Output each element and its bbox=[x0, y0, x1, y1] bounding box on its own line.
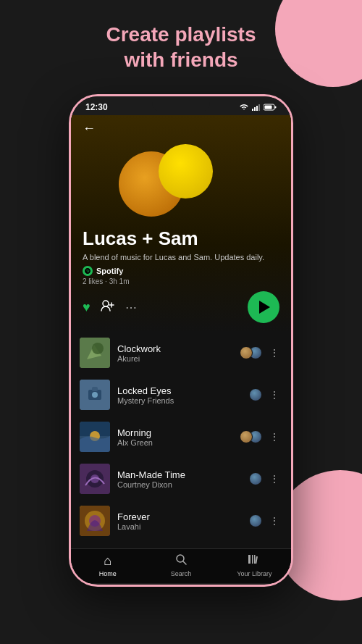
track-artist: Mystery Friends bbox=[117, 396, 242, 405]
avatar-group bbox=[249, 514, 262, 527]
nav-label-home: Home bbox=[99, 570, 117, 577]
svg-rect-27 bbox=[248, 555, 251, 564]
nav-item-search[interactable]: Search bbox=[144, 553, 217, 577]
track-item[interactable]: Clockwork Akurei ⋮ bbox=[71, 332, 291, 374]
manmade-art bbox=[80, 464, 110, 494]
svg-rect-15 bbox=[92, 387, 98, 391]
track-right: ⋮ bbox=[249, 388, 282, 402]
track-more-icon[interactable]: ⋮ bbox=[266, 388, 282, 402]
track-artwork bbox=[80, 464, 110, 494]
spotify-logo bbox=[83, 266, 93, 276]
track-more-icon[interactable]: ⋮ bbox=[266, 472, 282, 486]
track-right: ⋮ bbox=[240, 346, 282, 360]
play-button[interactable] bbox=[248, 291, 279, 323]
controls-row: ♥ ⋯ bbox=[83, 291, 279, 323]
track-artist: Courtney Dixon bbox=[117, 480, 242, 489]
playlist-title: Lucas + Sam bbox=[83, 227, 279, 250]
svg-point-7 bbox=[103, 301, 109, 306]
avatar-group bbox=[240, 430, 262, 443]
svg-rect-28 bbox=[252, 555, 253, 564]
app-content: ← Lucas + Sam A blend of music for Lucas… bbox=[71, 115, 291, 583]
track-name: Man-Made Time bbox=[117, 469, 242, 480]
wifi-icon bbox=[239, 104, 249, 111]
track-artist: Akurei bbox=[117, 354, 232, 363]
avatar bbox=[249, 472, 262, 485]
svg-rect-0 bbox=[252, 109, 253, 111]
phone-frame: 12:30 ← bbox=[69, 94, 293, 587]
track-more-icon[interactable]: ⋮ bbox=[266, 514, 282, 528]
track-artwork bbox=[80, 338, 110, 368]
avatar-group bbox=[240, 346, 262, 359]
playlist-meta: 2 likes · 3h 1m bbox=[83, 277, 279, 285]
track-name: Clockwork bbox=[117, 343, 232, 354]
playlist-artwork bbox=[83, 141, 279, 220]
svg-rect-1 bbox=[254, 107, 256, 111]
svg-rect-6 bbox=[265, 106, 272, 109]
more-icon[interactable]: ⋯ bbox=[125, 301, 137, 314]
nav-label-search: Search bbox=[171, 570, 192, 577]
spotify-label: Spotify bbox=[96, 267, 123, 275]
heart-icon[interactable]: ♥ bbox=[83, 300, 90, 315]
nav-item-library[interactable]: Your Library bbox=[218, 553, 291, 577]
spotify-icon bbox=[85, 268, 90, 274]
home-icon: ⌂ bbox=[104, 553, 111, 569]
hero-section: ← Lucas + Sam A blend of music for Lucas… bbox=[71, 115, 291, 332]
forever-art bbox=[80, 506, 110, 536]
svg-rect-30 bbox=[256, 556, 258, 564]
svg-rect-5 bbox=[275, 106, 277, 109]
status-icons bbox=[239, 104, 277, 111]
avatar-group bbox=[249, 472, 262, 485]
track-item[interactable]: Man-Made Time Courtney Dixon ⋮ bbox=[71, 458, 291, 500]
status-time: 12:30 bbox=[85, 102, 108, 112]
nav-item-home[interactable]: ⌂ Home bbox=[71, 553, 144, 577]
svg-rect-29 bbox=[254, 555, 256, 564]
track-item[interactable]: Morning Alx Green ⋮ bbox=[71, 416, 291, 458]
signal-icon bbox=[252, 104, 261, 111]
clockwork-art bbox=[80, 338, 110, 368]
avatar bbox=[249, 514, 262, 527]
locked-eyes-art bbox=[80, 380, 110, 410]
page-header: Create playlists with friends bbox=[0, 22, 362, 72]
track-item[interactable]: Forever Lavahi ⋮ bbox=[71, 500, 291, 542]
track-more-icon[interactable]: ⋮ bbox=[266, 430, 282, 444]
track-info: Locked Eyes Mystery Friends bbox=[117, 385, 242, 405]
track-artwork bbox=[80, 506, 110, 536]
spotify-row: Spotify bbox=[83, 266, 279, 276]
bottom-nav: ⌂ Home Search bbox=[71, 548, 291, 583]
morning-art bbox=[80, 422, 110, 452]
search-svg bbox=[175, 553, 187, 565]
track-info: Man-Made Time Courtney Dixon bbox=[117, 469, 242, 489]
phone-notch bbox=[152, 96, 210, 112]
circle-yellow bbox=[159, 144, 213, 198]
track-name: Forever bbox=[117, 511, 242, 522]
avatar bbox=[249, 388, 262, 401]
track-info: Morning Alx Green bbox=[117, 427, 232, 447]
track-right: ⋮ bbox=[240, 430, 282, 444]
track-right: ⋮ bbox=[249, 514, 282, 528]
track-name: Locked Eyes bbox=[117, 385, 242, 396]
track-list: Clockwork Akurei ⋮ bbox=[71, 332, 291, 548]
avatar bbox=[240, 430, 253, 443]
header-title: Create playlists with friends bbox=[0, 22, 362, 72]
nav-label-library: Your Library bbox=[237, 570, 272, 577]
track-more-icon[interactable]: ⋮ bbox=[266, 346, 282, 360]
add-user-icon bbox=[101, 300, 115, 311]
battery-icon bbox=[264, 104, 277, 111]
add-friend-icon[interactable] bbox=[101, 300, 115, 314]
svg-rect-3 bbox=[258, 104, 260, 111]
svg-rect-2 bbox=[256, 106, 258, 111]
track-info: Forever Lavahi bbox=[117, 511, 242, 531]
back-button[interactable]: ← bbox=[83, 121, 96, 136]
avatar bbox=[240, 346, 253, 359]
playlist-desc: A blend of music for Lucas and Sam. Upda… bbox=[83, 253, 279, 262]
track-artwork bbox=[80, 422, 110, 452]
track-item[interactable]: Locked Eyes Mystery Friends ⋮ bbox=[71, 374, 291, 416]
library-icon bbox=[248, 553, 261, 569]
track-artwork bbox=[80, 380, 110, 410]
avatar-group bbox=[249, 388, 262, 401]
track-artist: Alx Green bbox=[117, 438, 232, 447]
track-name: Morning bbox=[117, 427, 232, 438]
svg-line-26 bbox=[183, 561, 186, 564]
track-artist: Lavahi bbox=[117, 522, 242, 531]
track-info: Clockwork Akurei bbox=[117, 343, 232, 363]
